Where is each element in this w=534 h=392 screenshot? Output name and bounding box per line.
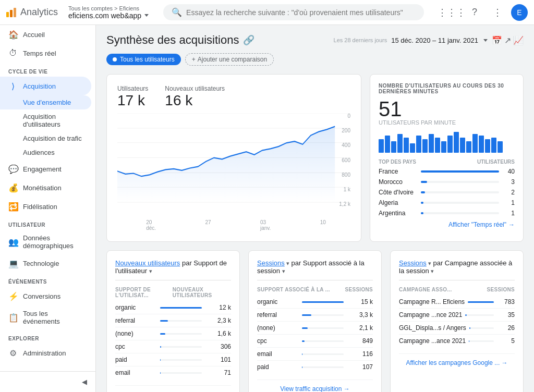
country-row: Algeria 1	[379, 199, 515, 206]
more-button[interactable]: ⋮	[488, 3, 507, 22]
country-name: France	[379, 168, 418, 175]
external-link-icon[interactable]: 🔗	[243, 34, 254, 46]
arrow-icon: →	[508, 221, 515, 228]
mini-bar	[466, 141, 471, 153]
sidebar-item-monetisation[interactable]: 💰 Monétisation	[0, 178, 91, 197]
table-cell: cpc	[115, 343, 210, 350]
mini-bar	[435, 138, 440, 153]
sidebar-item-donnees-demo[interactable]: 👥 Données démographiques	[0, 230, 91, 254]
user-acquisition-title-link[interactable]: Nouveaux utilisateurs	[115, 259, 180, 267]
monetisation-icon: 💰	[8, 183, 18, 193]
row-label: GGL_Displa...s / Angers	[399, 324, 466, 332]
country-bar-fill	[421, 191, 425, 193]
sidebar-item-tous-evenements[interactable]: 📋 Tous les événements	[0, 305, 91, 329]
logo-area: Analytics	[6, 7, 58, 18]
sidebar-sub-acquisition-trafic[interactable]: Acquisition de trafic	[0, 131, 91, 145]
table-row: (none) 2,1 k	[257, 322, 373, 335]
fidelisation-icon: 🔁	[8, 202, 18, 212]
row-label: paid	[257, 363, 299, 371]
mini-bar	[497, 141, 503, 153]
country-name: Côte d'Ivoire	[379, 189, 418, 196]
row-bar	[160, 346, 202, 348]
user-avatar[interactable]: E	[511, 4, 528, 21]
mini-bar	[397, 134, 403, 153]
row-bar-fill	[302, 340, 305, 342]
campaign-title-link[interactable]: Sessions	[399, 259, 427, 267]
campaign-view-link[interactable]: Afficher les campagnes Google ... →	[399, 353, 515, 366]
country-bar	[421, 212, 499, 214]
row-value: 107	[352, 363, 373, 371]
filter-chip-add[interactable]: + Ajouter une comparaison	[185, 53, 274, 66]
top-nav-icons: ⋮⋮⋮ ? ⋮ E	[442, 3, 528, 22]
sidebar-item-conversions[interactable]: ⚡ Conversions	[0, 287, 91, 305]
sidebar-item-accueil[interactable]: 🏠 Accueil	[0, 25, 91, 44]
share-icon[interactable]: ↗	[504, 35, 511, 45]
property-selector[interactable]: Tous les comptes > Eficiens eficiens.com…	[68, 5, 149, 20]
metric-users: Utilisateurs 17 k	[117, 85, 148, 109]
table-cell: organic	[115, 304, 210, 311]
breadcrumb-text: Tous les comptes > Eficiens	[68, 5, 149, 11]
country-bar	[421, 202, 499, 204]
section-label-explorer: EXPLORER	[0, 329, 95, 344]
traffic-title-link[interactable]: Sessions	[257, 259, 285, 267]
page-header: Synthèse des acquisitions 🔗 Les 28 derni…	[106, 33, 524, 47]
table-cell: organic	[257, 298, 352, 305]
sidebar-item-fidelisation[interactable]: 🔁 Fidélisation	[0, 197, 91, 216]
view-realtime-link[interactable]: Afficher "Temps réel" →	[379, 221, 515, 228]
sidebar-item-administration[interactable]: ⚙ Administration	[0, 344, 91, 362]
sidebar-item-acquisition[interactable]: ⟩ Acquisition	[0, 77, 91, 95]
sidebar-collapse-button[interactable]: ◀	[0, 371, 95, 392]
search-bar[interactable]: 🔍	[163, 4, 424, 20]
mini-bar	[441, 141, 446, 153]
help-button[interactable]: ?	[465, 3, 484, 22]
row-label: paid	[115, 356, 157, 363]
chart-icon[interactable]: 📈	[513, 35, 524, 45]
traffic-acquisition-view-link[interactable]: View traffic acquisition →	[257, 379, 373, 392]
country-name: Morocco	[379, 178, 418, 186]
search-input[interactable]	[186, 8, 416, 17]
row-value: 306	[210, 343, 231, 350]
sidebar-item-temps-reel[interactable]: ⏱ Temps réel	[0, 44, 91, 63]
add-icon: +	[192, 56, 196, 63]
user-acquisition-view-link[interactable]: View user acquisition →	[115, 385, 231, 392]
sidebar-sub-audiences[interactable]: Audiences	[0, 145, 91, 160]
campaign-dropdown[interactable]: ▾	[431, 268, 434, 274]
date-range-selector[interactable]: Les 28 derniers jours 15 déc. 2020 – 11 …	[334, 35, 524, 45]
mini-bar	[416, 136, 421, 153]
country-bar-fill	[421, 202, 423, 204]
table-row: Campagne R... Eficiens 783	[399, 296, 515, 309]
acquisition-icon: ⟩	[8, 81, 18, 91]
sidebar: 🏠 Accueil ⏱ Temps réel CYCLE DE VIE ⟩ Ac…	[0, 25, 96, 392]
table-row: Campagne ...nce 2021 35	[399, 309, 515, 322]
tech-icon: 💻	[8, 259, 18, 268]
row-value: 35	[494, 311, 515, 318]
row-bar-fill	[302, 327, 308, 329]
mini-bar	[472, 134, 478, 153]
row-bar	[468, 301, 494, 303]
realtime-card-title: NOMBRE D'UTILISATEURS AU COURS DES 30 DE…	[379, 83, 515, 94]
mini-bar	[379, 139, 384, 153]
filter-chip-all-users[interactable]: Tous les utilisateurs	[106, 54, 181, 65]
country-bar-fill	[421, 170, 499, 173]
row-label: cpc	[257, 337, 299, 345]
row-value: 15 k	[352, 298, 373, 305]
property-name[interactable]: eficiens.com web&app	[68, 11, 149, 20]
traffic-acquisition-rows: organic 15 k referral 3,3 k (none)	[257, 296, 373, 373]
row-bar-fill	[160, 333, 165, 335]
country-row: Côte d'Ivoire 2	[379, 189, 515, 196]
dropdown-chevron[interactable]: ▾	[149, 268, 152, 274]
apps-button[interactable]: ⋮⋮⋮	[442, 3, 461, 22]
sidebar-sub-acquisition-utilisateurs[interactable]: Acquisition d'utilisateurs	[0, 109, 91, 131]
page-title-row: Synthèse des acquisitions 🔗	[106, 33, 254, 47]
filter-chip-indicator	[113, 57, 117, 62]
country-row: Argentina 1	[379, 210, 515, 217]
main-content: Synthèse des acquisitions 🔗 Les 28 derni…	[96, 25, 534, 392]
row-bar	[160, 333, 202, 335]
sidebar-item-engagement[interactable]: 💬 Engagement	[0, 160, 91, 178]
support-dropdown[interactable]: ▾	[282, 268, 285, 274]
country-row: France 40	[379, 168, 515, 175]
sidebar-sub-vue-densemble[interactable]: Vue d'ensemble	[0, 95, 91, 109]
calendar-icon[interactable]: 📅	[492, 35, 502, 45]
sidebar-item-technologie[interactable]: 💻 Technologie	[0, 254, 91, 273]
country-value: 3	[502, 178, 515, 186]
